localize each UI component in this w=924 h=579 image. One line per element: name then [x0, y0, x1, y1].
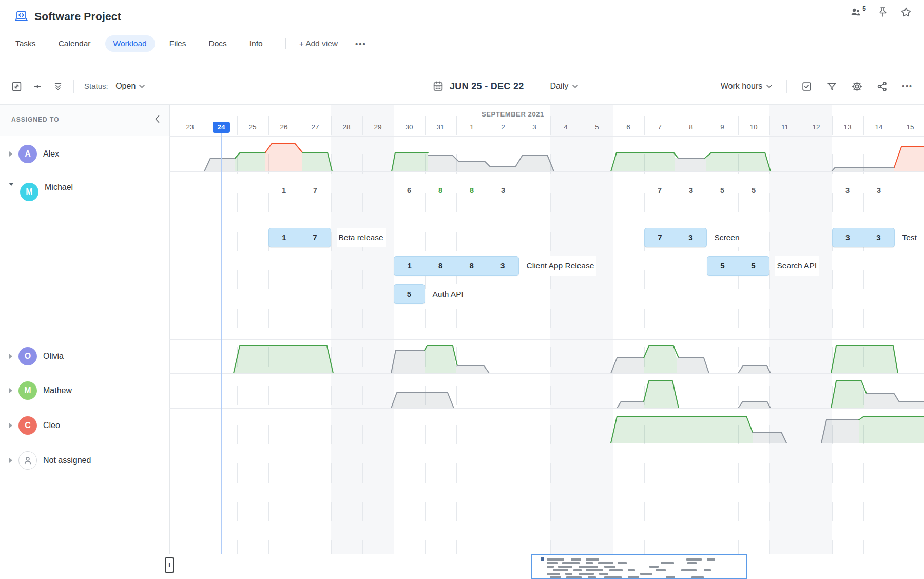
sidebar-item-alex[interactable]: AAlex: [0, 136, 169, 171]
scroll-handle[interactable]: I: [165, 557, 174, 573]
workload-area-olivia-gray: [677, 358, 709, 373]
daily-total: 3: [869, 186, 889, 195]
workload-line-alex-green: [611, 152, 678, 171]
grid-column-line: [206, 105, 206, 554]
day-header: 11: [775, 123, 795, 131]
collapse-caret-icon[interactable]: [9, 183, 14, 186]
tab-tasks[interactable]: Tasks: [15, 35, 36, 52]
grid-column-line: [644, 105, 645, 554]
workload-line-alex-green: [392, 152, 428, 171]
minimap-bar: [579, 573, 594, 575]
minimap-bar: [547, 558, 564, 561]
sidebar-item-mathew[interactable]: MMathew: [0, 373, 169, 408]
chevron-left-icon: [155, 115, 160, 123]
grid-column-line: [738, 105, 739, 554]
toolbar-more-button[interactable]: •••: [902, 82, 913, 90]
share-button[interactable]: [877, 81, 888, 92]
task-bar-client-app-release[interactable]: 1883: [394, 256, 519, 276]
workload-area-mathew-green: [831, 381, 864, 408]
add-view-button[interactable]: + Add view: [299, 39, 338, 48]
minimap-bar: [628, 576, 639, 578]
show-tasks-toggle[interactable]: [801, 81, 812, 92]
fullscreen-icon: [11, 81, 22, 92]
sidebar-item-olivia[interactable]: OOlivia: [0, 339, 169, 373]
grid-column-line: [863, 105, 864, 554]
day-header: 29: [368, 123, 388, 131]
workload-area-mathew-gray: [391, 393, 454, 408]
expand-caret-icon[interactable]: [9, 388, 12, 393]
minimap-bar: [579, 566, 598, 568]
grid-column-line: [456, 105, 457, 554]
minimap-bar: [586, 558, 599, 561]
workload-area-alex-gray: [675, 158, 706, 171]
expand-caret-icon[interactable]: [9, 423, 12, 428]
calendar-icon: [433, 81, 444, 92]
sidebar-item-michael[interactable]: MMichael: [0, 171, 169, 339]
minimap-bar: [609, 569, 623, 571]
day-header: 14: [869, 123, 889, 131]
sidebar-collapse-button[interactable]: [155, 115, 160, 125]
minimap-bar: [707, 558, 715, 561]
day-header: 26: [274, 123, 294, 131]
filter-icon: [826, 81, 837, 92]
minimap-bar: [640, 573, 652, 575]
settings-button[interactable]: [852, 81, 862, 92]
collapse-rows-icon: [32, 81, 43, 92]
task-bar-beta-release[interactable]: 17: [268, 228, 331, 247]
collapse-all-button[interactable]: [53, 81, 63, 92]
tab-files[interactable]: Files: [169, 35, 186, 52]
expand-caret-icon[interactable]: [9, 354, 12, 359]
workload-area-alex-gray: [428, 155, 554, 171]
minimap-bar: [547, 566, 554, 568]
tab-workload[interactable]: Workload: [105, 35, 155, 52]
date-range-picker[interactable]: JUN 25 - DEC 22: [450, 81, 524, 92]
workload-area-olivia-green: [234, 346, 333, 373]
sidebar-item-not-assigned[interactable]: Not assigned: [0, 443, 169, 478]
fullscreen-button[interactable]: [11, 81, 22, 92]
tab-info[interactable]: Info: [249, 35, 263, 52]
weekend-band: [769, 105, 801, 554]
expand-caret-icon[interactable]: [9, 458, 12, 463]
star-button[interactable]: [900, 7, 912, 20]
sidebar-item-cleo[interactable]: CCleo: [0, 408, 169, 443]
grid-column-line: [895, 105, 895, 554]
granularity-dropdown[interactable]: Daily: [550, 82, 579, 91]
task-bar-test[interactable]: 33: [832, 228, 895, 247]
tab-calendar[interactable]: Calendar: [59, 35, 91, 52]
sidebar-chart-divider: [169, 105, 170, 554]
task-bar-screen[interactable]: 73: [644, 228, 707, 247]
workload-line-olivia-gray: [611, 358, 644, 373]
workload-line-olivia-gray: [738, 366, 771, 373]
status-dropdown[interactable]: Open: [116, 82, 145, 91]
grid-column-line: [425, 105, 426, 554]
task-label: Screen: [713, 228, 742, 247]
workload-line-olivia-green: [831, 346, 898, 373]
timeline-minimap[interactable]: [531, 554, 747, 579]
work-hours-dropdown[interactable]: Work hours: [721, 82, 773, 91]
task-day-effort: 1: [269, 228, 300, 247]
assigned-to-label: ASSIGNED TO: [11, 116, 59, 123]
workload-area-alex-gray: [204, 158, 235, 171]
minimap-marker: [541, 557, 544, 561]
minimap-bar: [661, 562, 674, 564]
tabs-more-button[interactable]: •••: [355, 40, 367, 48]
today-day-header[interactable]: 24: [213, 122, 230, 133]
members-button[interactable]: 5: [851, 7, 865, 19]
pin-button[interactable]: [878, 7, 888, 20]
tab-docs[interactable]: Docs: [208, 35, 226, 52]
grid-column-line: [237, 105, 238, 554]
task-label: Auth API: [431, 284, 466, 304]
task-bar-auth-api[interactable]: 5: [394, 284, 425, 304]
minimap-bar: [565, 573, 572, 575]
task-day-effort: 7: [300, 228, 331, 247]
filter-button[interactable]: [826, 81, 837, 92]
grid-column-line: [300, 105, 300, 554]
task-day-effort: 1: [394, 257, 426, 275]
chevron-down-icon: [766, 85, 772, 88]
daily-total: 3: [837, 186, 858, 195]
minimap-bar: [558, 566, 572, 568]
task-bar-search-api[interactable]: 55: [707, 256, 769, 276]
workload-area-mathew-gray: [617, 401, 644, 408]
expand-caret-icon[interactable]: [9, 151, 12, 157]
collapse-rows-button[interactable]: [32, 81, 43, 92]
